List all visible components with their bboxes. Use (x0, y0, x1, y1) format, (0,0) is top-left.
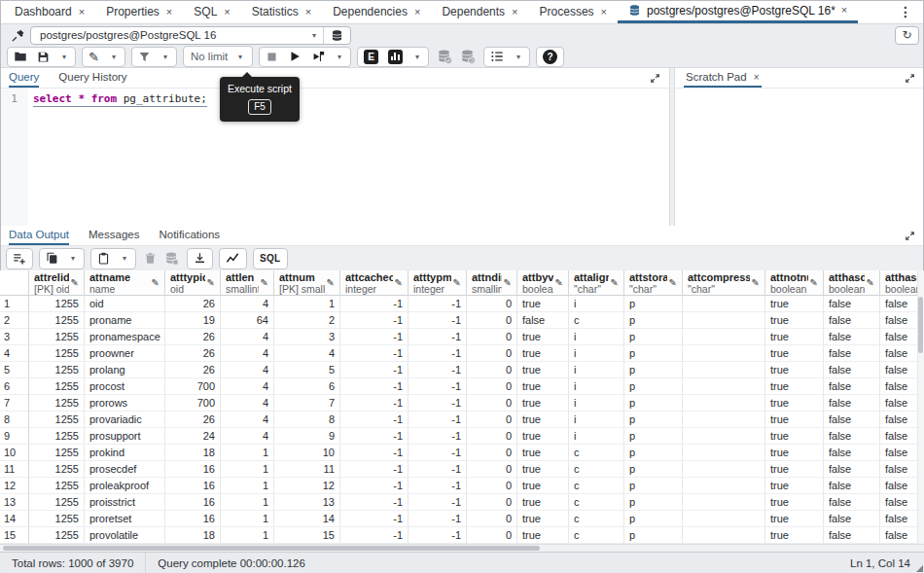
grid-cell-attstorage[interactable]: p (624, 296, 683, 312)
grid-cell-atttypid[interactable]: 16 (165, 478, 221, 494)
select-all-corner[interactable] (0, 270, 29, 296)
grid-cell-attstorage[interactable]: p (624, 511, 683, 527)
grid-cell-attnotnull[interactable]: true (765, 378, 824, 395)
grid-cell-attcompression[interactable] (683, 461, 765, 478)
grid-cell-attcompression[interactable] (683, 428, 765, 445)
horizontal-scrollbar[interactable] (0, 544, 924, 552)
row-number[interactable]: 15 (0, 527, 29, 544)
grid-cell-attnum[interactable]: 12 (274, 478, 340, 494)
grid-cell-attbyval[interactable]: true (517, 428, 569, 445)
graph-visualiser-button[interactable] (221, 249, 245, 269)
grid-cell-attstorage[interactable]: p (624, 329, 683, 345)
grid-cell-attrelid[interactable]: 1255 (29, 412, 85, 428)
grid-cell-attnum[interactable]: 4 (274, 345, 340, 362)
grid-cell-attcacheoff[interactable]: -1 (340, 378, 409, 395)
grid-cell-atttypid[interactable]: 18 (165, 527, 221, 544)
grid-cell-attlen[interactable]: 1 (221, 445, 274, 461)
tab-query-history[interactable]: Query History (58, 68, 126, 88)
grid-cell-attnotnull[interactable]: true (765, 494, 824, 511)
grid-cell-atttypmod[interactable]: -1 (409, 412, 467, 428)
grid-cell-attbyval[interactable]: false (517, 312, 569, 329)
grid-cell-attcacheoff[interactable]: -1 (340, 412, 409, 428)
grid-cell-atttypid[interactable]: 26 (165, 345, 221, 362)
save-file-button[interactable] (32, 48, 54, 66)
grid-cell-atttypid[interactable]: 700 (165, 378, 221, 395)
grid-cell-attnotnull[interactable]: true (765, 478, 824, 494)
grid-cell-attbyval[interactable]: true (517, 511, 569, 527)
grid-cell-atttypid[interactable]: 19 (165, 312, 221, 329)
grid-cell-attrelid[interactable]: 1255 (29, 296, 85, 312)
tab-statistics[interactable]: Statistics× (241, 0, 322, 23)
grid-cell-attnum[interactable]: 3 (274, 329, 340, 345)
grid-cell-attcacheoff[interactable]: -1 (340, 296, 409, 312)
grid-cell-attalign[interactable]: c (569, 461, 624, 478)
limit-select[interactable]: No limit ▾ (183, 46, 253, 67)
tab-query-tool[interactable]: postgres/postgres@PostgreSQL 16* × (618, 0, 858, 23)
show-sql-button[interactable]: SQL (255, 249, 285, 269)
grid-cell-attstorage[interactable]: p (624, 362, 683, 378)
row-number[interactable]: 2 (0, 312, 29, 329)
grid-cell-attstorage[interactable]: p (624, 478, 683, 494)
grid-cell-atttypmod[interactable]: -1 (409, 428, 467, 445)
grid-cell-attbyval[interactable]: true (517, 362, 569, 378)
edit-column-icon[interactable]: ✎ (810, 277, 818, 288)
cancel-query-button[interactable] (261, 48, 283, 66)
grid-cell-attstorage[interactable]: p (624, 445, 683, 461)
tab-data-output[interactable]: Data Output (9, 226, 69, 245)
code-area[interactable]: select * from pg_attribute; (28, 89, 669, 226)
grid-cell-attcacheoff[interactable]: -1 (340, 527, 409, 544)
grid-cell-attlen[interactable]: 4 (221, 395, 274, 412)
grid-cell-attrelid[interactable]: 1255 (29, 329, 85, 345)
grid-cell-attndims[interactable]: 0 (467, 312, 517, 329)
grid-cell-attcacheoff[interactable]: -1 (340, 345, 409, 362)
column-header-atthasdef[interactable]: atthasdefboolean✎ (824, 270, 880, 296)
row-number[interactable]: 10 (0, 445, 29, 461)
row-number[interactable]: 6 (0, 378, 29, 395)
grid-cell-atthasdef[interactable]: false (824, 378, 880, 395)
resize-grip-icon[interactable] (916, 565, 923, 572)
grid-cell-attlen[interactable]: 1 (221, 527, 274, 544)
grid-cell-attbyval[interactable]: true (517, 461, 569, 478)
tab-processes[interactable]: Processes× (529, 0, 618, 23)
grid-cell-attbyval[interactable]: true (517, 329, 569, 345)
save-data-changes-button[interactable] (164, 251, 179, 266)
grid-cell-atttypmod[interactable]: -1 (409, 511, 467, 527)
execute-script-button[interactable] (283, 48, 306, 66)
column-header-attstorage[interactable]: attstorage"char"✎ (624, 270, 683, 296)
edit-column-icon[interactable]: ✎ (611, 277, 619, 288)
column-header-attnum[interactable]: attnum[PK] smallint✎ (274, 270, 340, 296)
grid-cell-attname[interactable]: proleakproof (85, 478, 165, 494)
row-number[interactable]: 5 (0, 362, 29, 378)
grid-cell-atttypid[interactable]: 16 (165, 494, 221, 511)
tab-query[interactable]: Query (9, 68, 39, 88)
grid-cell-attalign[interactable]: i (569, 395, 624, 412)
edit-column-icon[interactable]: ✎ (669, 277, 677, 288)
expand-output-button[interactable] (896, 226, 924, 245)
column-header-attnotnull[interactable]: attnotnullboolean✎ (765, 270, 824, 296)
grid-cell-attnum[interactable]: 14 (274, 511, 340, 527)
grid-cell-attname[interactable]: prosecdef (85, 461, 165, 478)
grid-cell-attname[interactable]: prokind (85, 445, 165, 461)
grid-cell-attbyval[interactable]: true (517, 494, 569, 511)
grid-cell-attlen[interactable]: 4 (221, 362, 274, 378)
grid-cell-attname[interactable]: provolatile (85, 527, 165, 544)
add-row-button[interactable] (8, 249, 31, 269)
grid-cell-attnotnull[interactable]: true (765, 461, 824, 478)
download-results-button[interactable] (189, 249, 211, 269)
filter-options-dropdown[interactable]: ▾ (156, 48, 175, 66)
copy-button[interactable] (41, 249, 63, 269)
execute-options-button[interactable] (306, 48, 330, 66)
grid-cell-attcacheoff[interactable]: -1 (340, 494, 409, 511)
grid-cell-atttypmod[interactable]: -1 (409, 312, 467, 329)
column-header-attbyval[interactable]: attbyvalboolean✎ (517, 270, 569, 296)
row-number[interactable]: 14 (0, 511, 29, 527)
grid-cell-attcompression[interactable] (683, 412, 765, 428)
grid-cell-atttypmod[interactable]: -1 (409, 494, 467, 511)
grid-cell-attstorage[interactable]: p (624, 312, 683, 329)
grid-cell-atthasdef[interactable]: false (824, 527, 880, 544)
grid-cell-attrelid[interactable]: 1255 (29, 478, 85, 494)
tab-notifications[interactable]: Notifications (159, 226, 220, 245)
grid-cell-attlen[interactable]: 4 (221, 412, 274, 428)
grid-cell-attndims[interactable]: 0 (467, 412, 517, 428)
grid-cell-atthasdef[interactable]: false (824, 312, 880, 329)
